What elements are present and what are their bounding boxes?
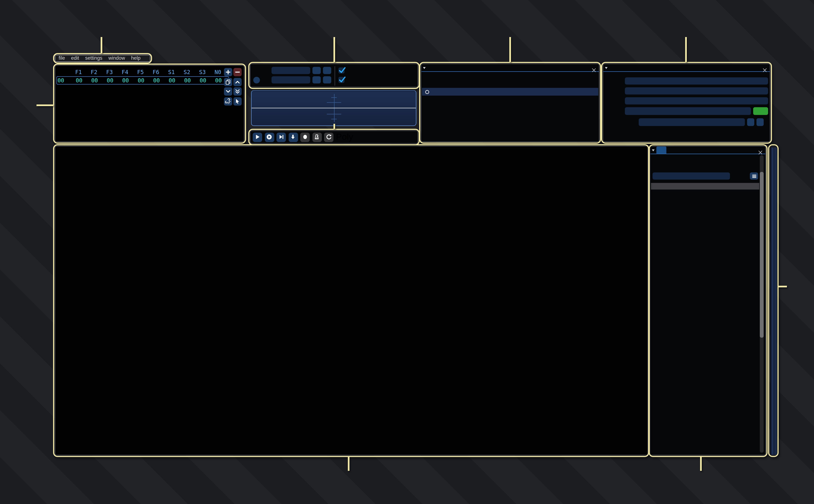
order-channel-header: F3: [102, 69, 117, 75]
annotation-line: [101, 37, 102, 53]
annotation-line: [779, 286, 787, 287]
order-move-down-button[interactable]: [224, 87, 232, 96]
tuning-input[interactable]: [639, 118, 745, 126]
order-cell[interactable]: 00: [102, 77, 118, 83]
oscilloscope-trace: [252, 108, 416, 109]
collapse-icon[interactable]: [650, 149, 656, 154]
radio-icon: [425, 89, 430, 94]
annotation-line: [700, 457, 702, 471]
order-channel-header: F2: [86, 69, 102, 75]
annotation-line: [333, 124, 335, 129]
asset-selected-row[interactable]: [422, 88, 598, 96]
step-decrement-button[interactable]: [312, 76, 321, 83]
menu-item-help[interactable]: help: [131, 55, 140, 62]
annotation-line: [348, 457, 349, 471]
name-field[interactable]: [625, 77, 768, 85]
order-cell[interactable]: 00: [87, 77, 102, 83]
order-channel-header: N0: [210, 69, 226, 75]
author-field[interactable]: [625, 87, 768, 95]
order-add-button[interactable]: [224, 68, 232, 76]
annotation-line: [509, 37, 511, 62]
step-input[interactable]: [271, 76, 310, 83]
order-cell[interactable]: 00: [71, 77, 87, 83]
auto-system-button[interactable]: [753, 107, 768, 115]
repeat-button[interactable]: [324, 132, 333, 142]
step-button[interactable]: [253, 77, 260, 83]
menu-item-file[interactable]: file: [59, 55, 65, 62]
poly-button[interactable]: Poly: [336, 132, 353, 142]
annotation-line: [36, 104, 53, 106]
order-remove-button[interactable]: [233, 68, 242, 76]
divider: [334, 66, 335, 86]
step-down-button[interactable]: [288, 132, 298, 142]
system-selector[interactable]: [625, 107, 751, 115]
octave-decrement-button[interactable]: [312, 67, 321, 74]
play-from-start-button[interactable]: [265, 132, 274, 142]
album-field[interactable]: [625, 97, 768, 104]
order-cell[interactable]: 00: [118, 77, 133, 83]
asset-tabbar: [422, 64, 599, 72]
effect-list-tabbar: [650, 146, 765, 154]
stop-button[interactable]: [300, 132, 310, 142]
order-list-header: F1F2F3F4F5F6S1S2S3N0: [56, 69, 226, 75]
annotation-line: [333, 37, 335, 62]
collapse-icon[interactable]: [603, 66, 609, 71]
oscilloscope: [251, 90, 417, 126]
play-controls-window: Poly: [250, 130, 418, 144]
order-channel-header: F4: [117, 69, 133, 75]
follow-pattern-checkbox[interactable]: [338, 77, 344, 83]
effect-table-header: [651, 183, 759, 190]
annotation-line: [685, 37, 687, 62]
play-button[interactable]: [253, 132, 262, 142]
order-cell[interactable]: 00: [133, 77, 149, 83]
hamburger-menu-icon[interactable]: [750, 172, 758, 180]
order-deep-clone-button[interactable]: [224, 97, 232, 105]
menu-item-window[interactable]: window: [108, 55, 125, 62]
octave-increment-button[interactable]: [323, 67, 331, 74]
menu-item-edit[interactable]: edit: [71, 55, 79, 62]
order-channel-header: F5: [133, 69, 148, 75]
close-icon[interactable]: [591, 65, 597, 71]
octave-input[interactable]: [271, 67, 310, 74]
close-icon[interactable]: [758, 148, 763, 153]
effect-list-window: [650, 146, 766, 455]
furnace-tracker-app: fileeditsettingswindowhelp F1F2F3F4F5F6S…: [0, 0, 814, 504]
order-channel-header: S3: [195, 69, 210, 75]
close-icon[interactable]: [762, 65, 768, 71]
order-move-up-button[interactable]: [233, 78, 242, 86]
edit-controls-window: [250, 64, 418, 87]
menu-item-settings[interactable]: settings: [85, 55, 102, 62]
order-cell[interactable]: 00: [195, 77, 211, 83]
follow-orders-checkbox[interactable]: [338, 67, 344, 74]
order-header-spacer: [56, 69, 71, 75]
order-duplicate-button[interactable]: [224, 78, 232, 86]
menu-bar: fileeditsettingswindowhelp: [55, 55, 150, 62]
play-one-row-button[interactable]: [276, 132, 286, 142]
tab-effect-list[interactable]: [656, 147, 666, 154]
order-cell[interactable]: 00: [149, 77, 164, 83]
order-row-index: 00: [57, 77, 71, 83]
asset-list-window: [421, 64, 600, 142]
order-channel-header: S2: [179, 69, 195, 75]
order-cell[interactable]: 00: [164, 77, 180, 83]
tuning-decrement-button[interactable]: [747, 118, 754, 126]
order-list-window: F1F2F3F4F5F6S1S2S3N0 0000000000000000000…: [55, 65, 244, 142]
tuning-increment-button[interactable]: [757, 118, 764, 126]
pattern-view-window: [55, 146, 648, 455]
order-channel-header: S1: [164, 69, 179, 75]
order-cell[interactable]: 00: [180, 77, 195, 83]
order-channel-header: F6: [148, 69, 164, 75]
order-list-toolbar: [224, 68, 242, 105]
scrollbar-thumb[interactable]: [760, 172, 764, 338]
step-increment-button[interactable]: [323, 76, 331, 83]
collapse-icon[interactable]: [422, 66, 428, 71]
effect-search-input[interactable]: [653, 172, 730, 180]
order-edit-mode-button[interactable]: [233, 97, 242, 105]
order-channel-header: F1: [71, 69, 86, 75]
song-info-tabbar: [603, 64, 770, 72]
order-row-selected[interactable]: 0000000000000000000000: [56, 76, 229, 85]
order-duplicate-end-button[interactable]: [233, 87, 242, 96]
volume-meter: [770, 148, 777, 455]
metronome-button[interactable]: [312, 132, 322, 142]
song-info-window: [603, 64, 770, 142]
